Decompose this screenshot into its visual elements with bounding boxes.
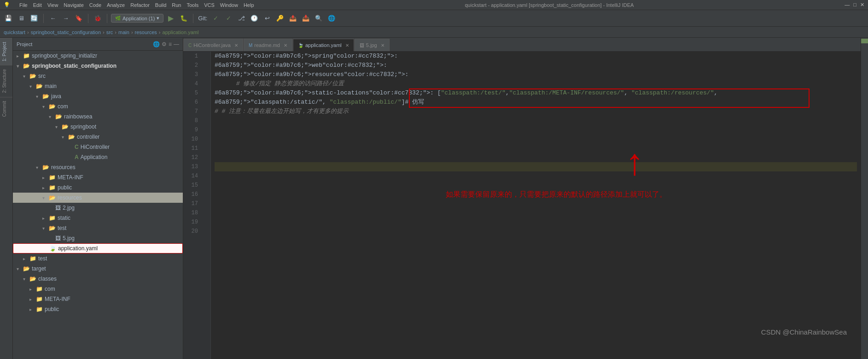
bookmark-button[interactable]: 🔖 <box>73 13 84 24</box>
code-line-8[interactable] <box>215 116 857 125</box>
menu-run[interactable]: Run <box>172 2 181 8</box>
tree-item-src[interactable]: ▾📂src <box>13 71 183 81</box>
tree-item-Application[interactable]: AApplication <box>13 152 183 162</box>
collapse-icon[interactable]: ≡ <box>169 41 172 47</box>
breadcrumb-module[interactable]: springboot_static_configuration <box>31 29 101 35</box>
git-download[interactable]: 📥 <box>300 13 311 24</box>
tab-5jpg-close[interactable]: ✕ <box>381 43 384 48</box>
tree-item-static[interactable]: ▸📁static <box>13 213 183 223</box>
menu-view[interactable]: View <box>47 2 58 8</box>
menu-analyze[interactable]: Analyze <box>107 2 125 8</box>
run-debug-button[interactable]: 🐞 <box>92 13 103 24</box>
run-button[interactable]: ▶ <box>165 13 176 24</box>
tree-item-test[interactable]: ▾📂test <box>13 223 183 233</box>
code-line-12[interactable] <box>215 153 857 162</box>
code-line-4[interactable]: # 修改/指定 静态资源的访问路径/位置 <box>215 79 857 88</box>
git-check2[interactable]: ✓ <box>223 13 234 24</box>
tree-item-test[interactable]: ▸📁test <box>13 253 183 264</box>
tab-application-yaml[interactable]: 🍃 application.yaml ✕ <box>293 39 354 51</box>
breadcrumb-resources[interactable]: resources <box>135 29 157 35</box>
git-clock[interactable]: 🕐 <box>249 13 260 24</box>
options-icon[interactable]: ⚙ <box>162 41 167 47</box>
breadcrumb-quickstart[interactable]: quickstart <box>4 29 25 35</box>
debug-button[interactable]: 🐛 <box>178 13 189 24</box>
code-line-11[interactable] <box>215 144 857 153</box>
tree-item-rainbowsea[interactable]: ▾📂rainbowsea <box>13 112 183 122</box>
breadcrumb-src[interactable]: src <box>106 29 113 35</box>
tree-item-public[interactable]: ▸📁public <box>13 182 183 193</box>
code-line-5[interactable]: #6a8759;">"color:#a9b7c6;">static-locati… <box>215 88 857 98</box>
minimize-button[interactable]: — <box>845 2 850 8</box>
code-line-7[interactable]: # # 注意：尽量在最左边开始写，才有更多的提示 <box>215 107 857 116</box>
translate-button[interactable]: 🌐 <box>326 13 337 24</box>
code-line-13[interactable] <box>215 162 857 171</box>
git-branch[interactable]: ⎇ <box>236 13 247 24</box>
menu-tools[interactable]: Tools <box>186 2 198 8</box>
menu-navigate[interactable]: Navigate <box>64 2 83 8</box>
code-line-3[interactable]: #6a8759;">"color:#a9b7c6;">resources"col… <box>215 70 857 79</box>
git-undo[interactable]: ↩ <box>262 13 273 24</box>
menu-vcs[interactable]: VCS <box>204 2 215 8</box>
tree-item-META-INF[interactable]: ▸📁META-INF <box>13 172 183 182</box>
code-line-16[interactable] <box>215 190 857 199</box>
breadcrumb-file[interactable]: application.yaml <box>163 29 199 35</box>
run-configuration[interactable]: 🌿 Application (1) ▾ <box>111 14 163 23</box>
code-line-2[interactable]: #6a8759;">"color:#a9b7c6;">web"color:#cc… <box>215 61 857 70</box>
tree-item-target[interactable]: ▾📂target <box>13 264 183 274</box>
breadcrumb-main[interactable]: main <box>118 29 129 35</box>
menu-refactor[interactable]: Refactor <box>130 2 150 8</box>
menu-bar[interactable]: File Edit View Navigate Code Analyze Ref… <box>19 2 254 8</box>
menu-help[interactable]: Help <box>244 2 254 8</box>
tree-item-public[interactable]: ▸📁public <box>13 304 183 314</box>
code-line-19[interactable] <box>215 218 857 227</box>
refresh-button[interactable]: 🔄 <box>29 13 40 24</box>
tree-item-controller[interactable]: ▾📂controller <box>13 132 183 142</box>
tree-item-5-jpg[interactable]: 🖼5.jpg <box>13 233 183 243</box>
tab-readme[interactable]: M readme.md ✕ <box>244 39 292 51</box>
menu-build[interactable]: Build <box>155 2 166 8</box>
tree-item-com[interactable]: ▸📁com <box>13 284 183 294</box>
tree-item-resources[interactable]: ▾📂resources <box>13 193 183 203</box>
code-line-17[interactable] <box>215 199 857 208</box>
tab-hicontroller-close[interactable]: ✕ <box>234 43 238 48</box>
tree-item-main[interactable]: ▾📂main <box>13 81 183 91</box>
tree-item-resources[interactable]: ▾📂resources <box>13 162 183 172</box>
tree-item-2-jpg[interactable]: 🖼2.jpg <box>13 203 183 213</box>
tree-item-HiController[interactable]: CHiController <box>13 142 183 152</box>
tree-item-java[interactable]: ▾📂java <box>13 91 183 101</box>
tree-item-classes[interactable]: ▾📂classes <box>13 274 183 284</box>
tab-hicontroller[interactable]: C HiController.java ✕ <box>183 39 243 51</box>
menu-edit[interactable]: Edit <box>33 2 42 8</box>
scope-icon[interactable]: 🌐 <box>153 41 160 47</box>
git-upload[interactable]: 📤 <box>287 13 298 24</box>
tree-item-springboot_static_configuration[interactable]: ▾📂springboot_static_configuration <box>13 61 183 71</box>
code-line-18[interactable] <box>215 208 857 218</box>
search-button[interactable]: 🔍 <box>313 13 324 24</box>
save-button[interactable]: 💾 <box>3 13 14 24</box>
tab-commit[interactable]: Commit <box>0 97 12 120</box>
sidebar-toolbar[interactable]: 🌐 ⚙ ≡ — <box>153 41 179 47</box>
code-line-1[interactable]: #6a8759;">"color:#a9b7c6;">spring"color:… <box>215 52 857 61</box>
menu-code[interactable]: Code <box>89 2 101 8</box>
tree-item-springboot[interactable]: ▾📂springboot <box>13 122 183 132</box>
window-controls[interactable]: — □ ✕ <box>845 2 864 8</box>
tab-yaml-close[interactable]: ✕ <box>345 43 349 48</box>
menu-window[interactable]: Window <box>220 2 238 8</box>
tree-item-com[interactable]: ▾📂com <box>13 101 183 112</box>
tab-project[interactable]: 1: Project <box>0 38 12 65</box>
code-line-15[interactable] <box>215 181 857 190</box>
code-line-9[interactable] <box>215 125 857 135</box>
code-line-14[interactable] <box>215 171 857 181</box>
forward-button[interactable]: → <box>60 13 71 24</box>
back-button[interactable]: ← <box>47 13 58 24</box>
tab-5jpg[interactable]: 🖼 5.jpg ✕ <box>355 39 390 51</box>
tab-structure[interactable]: 2: Structure <box>0 65 12 97</box>
sync-button[interactable]: 🖥 <box>16 13 27 24</box>
tree-item-application-yaml[interactable]: 🍃application.yaml <box>13 243 183 253</box>
git-check1[interactable]: ✓ <box>210 13 221 24</box>
menu-file[interactable]: File <box>19 2 28 8</box>
git-button[interactable]: Git: <box>197 13 208 24</box>
project-tree[interactable]: ▸📁springboot_spring_initializr▾📂springbo… <box>13 51 183 359</box>
maximize-button[interactable]: □ <box>853 2 856 8</box>
code-editor[interactable]: #6a8759;">"color:#a9b7c6;">spring"color:… <box>211 52 861 359</box>
